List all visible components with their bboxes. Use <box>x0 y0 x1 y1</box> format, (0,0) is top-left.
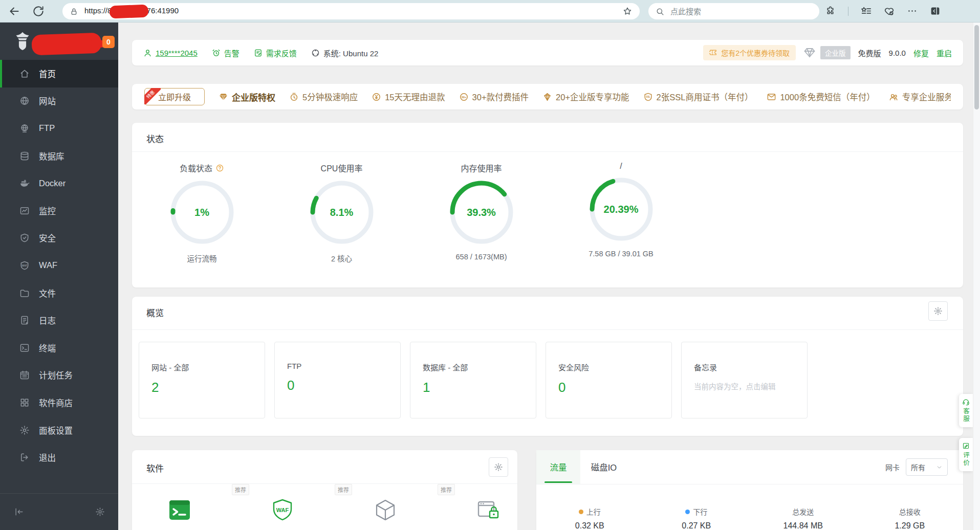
refresh-icon[interactable] <box>32 5 45 18</box>
tab-traffic[interactable]: 流量 <box>536 450 580 484</box>
gauge-title-row: CPU使用率 <box>321 162 363 174</box>
overview-card-label: 备忘录 <box>694 362 807 372</box>
group-icon <box>889 92 899 102</box>
star-icon[interactable] <box>622 6 633 16</box>
more-icon[interactable] <box>907 6 918 16</box>
overview-panel: 概览 网站 - 全部 2 FTP 0 数据库 - 全部 1 <box>132 297 963 436</box>
system-info: 系统: Ubuntu 22 <box>311 48 379 58</box>
alarm-link[interactable]: 告警 <box>212 48 239 58</box>
software-app[interactable]: 推荐 WAF <box>231 483 334 530</box>
traffic-stat-label-row: 上行 <box>579 506 601 517</box>
lock-icon[interactable] <box>70 7 78 16</box>
terminal-icon <box>19 343 30 353</box>
sidebar-item[interactable]: 安全 <box>0 225 118 252</box>
status-gauge: CPU使用率 8.1% 2 核心 <box>272 151 411 263</box>
sidebar-item[interactable]: 软件商店 <box>0 389 118 416</box>
traffic-stat-label: 下行 <box>693 506 707 517</box>
svg-text:WAF: WAF <box>276 507 289 513</box>
promo-feature: 1000条免费短信（年付） <box>767 91 875 103</box>
software-app[interactable] <box>128 483 231 530</box>
sidebarpanel-icon[interactable] <box>930 6 941 16</box>
sidebar-item[interactable]: Docker <box>0 169 118 197</box>
overview-card[interactable]: FTP 0 <box>274 342 401 418</box>
overview-settings-button[interactable] <box>928 301 948 321</box>
diamond-icon <box>803 47 816 59</box>
collapse-icon[interactable] <box>14 507 24 517</box>
user-icon <box>143 49 152 57</box>
back-icon[interactable] <box>8 5 21 18</box>
feedback-link[interactable]: 需求反馈 <box>254 48 297 58</box>
sidebar-item-label: 软件商店 <box>39 396 73 409</box>
gear-icon[interactable] <box>95 507 105 517</box>
notification-badge[interactable]: 0 <box>102 36 115 48</box>
sidebar-item-label: 退出 <box>39 451 56 463</box>
search-input[interactable] <box>669 7 812 16</box>
sidebar-footer <box>0 493 118 530</box>
pagoda-logo-icon <box>12 31 33 52</box>
traffic-stat: 总发送 144.84 MB <box>750 506 857 530</box>
restart-link[interactable]: 重启 <box>937 48 952 58</box>
scrollbar-thumb[interactable] <box>974 25 979 109</box>
customer-service-button[interactable]: 客服 <box>959 394 973 427</box>
favorites-icon[interactable] <box>861 6 872 16</box>
sidebar-item[interactable]: 退出 <box>0 444 118 471</box>
gauge-subtext: 2 核心 <box>331 253 352 263</box>
review-button[interactable]: 评价 <box>959 438 973 471</box>
tab-diskio[interactable]: 磁盘IO <box>580 450 627 484</box>
upgrade-button[interactable]: 特惠 立即升级 <box>144 88 205 105</box>
health-icon[interactable] <box>884 6 895 16</box>
logs-icon <box>19 315 30 325</box>
review-label: 评价 <box>961 452 971 467</box>
scrollbar-track[interactable] <box>973 23 980 530</box>
overview-card[interactable]: 数据库 - 全部 1 <box>410 342 536 418</box>
speed-icon <box>289 92 299 102</box>
status-gauge: 负载状态 1% 运行流畅 <box>132 151 272 263</box>
browser-chrome: https://8.76:41990 <box>0 0 980 23</box>
gauge-title-row: / <box>620 162 622 171</box>
sidebar-item[interactable]: 网站 <box>0 87 118 115</box>
sidebar-item[interactable]: 终端 <box>0 334 118 362</box>
software-panel-title: 软件 <box>146 461 164 474</box>
sidebar-item[interactable]: 日志 <box>0 306 118 334</box>
coupon-banner[interactable]: 您有2个优惠券待领取 <box>703 45 796 60</box>
address-bar[interactable]: https://8.76:41990 <box>62 3 640 19</box>
traffic-stat-label: 总发送 <box>792 506 814 517</box>
monitor-icon <box>19 206 30 216</box>
sidebar-item[interactable]: 监控 <box>0 197 118 225</box>
software-app[interactable]: 推荐 <box>334 483 437 530</box>
plugin-icon: 30+ <box>459 92 469 102</box>
gauge-title-row: 负载状态 <box>180 162 224 174</box>
gauge-title: / <box>620 162 622 171</box>
sidebar-item[interactable]: 计划任务 <box>0 362 118 389</box>
question-icon[interactable] <box>215 164 224 172</box>
sidebar-item[interactable]: FTP <box>0 115 118 142</box>
sidebar-item[interactable]: 面板设置 <box>0 416 118 444</box>
gauge-donut: 39.3% <box>448 179 515 246</box>
traffic-stat-value: 1.29 GB <box>895 521 925 530</box>
status-gauge: / 20.39% 7.58 GB / 39.01 GB <box>551 151 691 263</box>
home-icon <box>19 69 30 79</box>
software-settings-button[interactable] <box>489 457 508 477</box>
overview-card[interactable]: 备忘录 当前内容为空，点击编辑 <box>681 342 808 418</box>
sidebar-item[interactable]: 首页 <box>0 60 118 87</box>
sidebar-item[interactable]: WAF WAF <box>0 252 118 279</box>
alarm-icon <box>212 49 221 57</box>
gauge-title-row: 内存使用率 <box>461 162 502 174</box>
promo-feature-label: 1000条免费短信（年付） <box>780 91 875 103</box>
sidebar-item-label: 终端 <box>39 342 56 354</box>
repair-link[interactable]: 修复 <box>913 48 929 58</box>
promo-feature: 5分钟极速响应 <box>289 91 358 103</box>
extensions-icon[interactable] <box>825 6 836 16</box>
waf-app-icon: WAF <box>270 498 295 522</box>
sidebar-item[interactable]: 文件 <box>0 279 118 307</box>
software-app[interactable]: 推荐 <box>437 483 539 530</box>
overview-card[interactable]: 安全风险 0 <box>546 342 672 418</box>
browser-search-box[interactable] <box>648 3 819 19</box>
user-account-link[interactable]: 159****2045 <box>143 49 198 57</box>
promo-feature-label: 15天无理由退款 <box>385 91 445 103</box>
gauge-title: 内存使用率 <box>461 162 502 174</box>
nic-select[interactable]: 所有 <box>906 458 948 476</box>
recommend-tag: 推荐 <box>438 484 455 495</box>
sidebar-item[interactable]: 数据库 <box>0 142 118 170</box>
overview-card[interactable]: 网站 - 全部 2 <box>139 342 265 418</box>
